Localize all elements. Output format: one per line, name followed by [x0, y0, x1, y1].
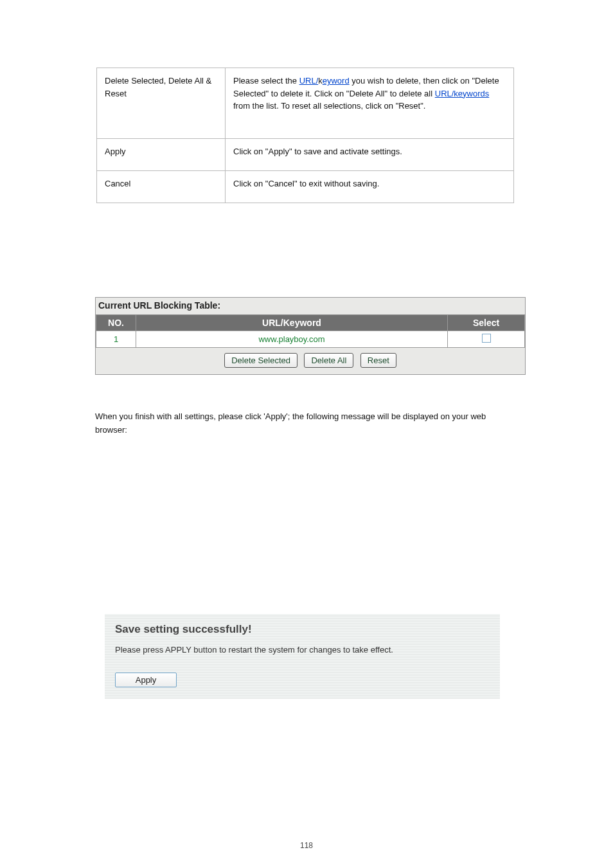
save-panel: Save setting successfully! Please press …	[105, 614, 500, 699]
row-label: Apply	[97, 139, 226, 171]
table-row: Apply Click on "Apply" to save and activ…	[97, 139, 514, 171]
cell-keyword: www.playboy.com	[136, 331, 448, 348]
table-row: Delete Selected, Delete All & Reset Plea…	[97, 68, 514, 139]
col-header-keyword: URL/Keyword	[136, 315, 448, 331]
blocking-table-title: Current URL Blocking Table:	[96, 298, 525, 314]
row-label: Delete Selected, Delete All & Reset	[97, 68, 226, 139]
blocking-grid: NO. URL/Keyword Select 1 www.playboy.com	[96, 314, 525, 348]
reset-button[interactable]: Reset	[360, 353, 396, 368]
delete-selected-button[interactable]: Delete Selected	[224, 353, 298, 368]
description-table: Delete Selected, Delete All & Reset Plea…	[96, 68, 514, 203]
keyword-link[interactable]: eyword	[323, 76, 350, 86]
apply-note: When you finish with all settings, pleas…	[95, 410, 519, 437]
blocking-table-panel: Current URL Blocking Table: NO. URL/Keyw…	[95, 297, 526, 375]
row-label: Cancel	[97, 171, 226, 203]
row-desc: Click on "Cancel" to exit without saving…	[226, 171, 514, 203]
col-header-no: NO.	[96, 315, 136, 331]
text-part: from the list. To reset all selections, …	[233, 101, 425, 111]
delete-all-button[interactable]: Delete All	[304, 353, 353, 368]
cell-select	[448, 331, 525, 348]
col-header-select: Select	[448, 315, 525, 331]
row-desc: Please select the URL/keyword you wish t…	[226, 68, 514, 139]
description-table-wrap: Delete Selected, Delete All & Reset Plea…	[96, 68, 514, 203]
table-row: Cancel Click on "Cancel" to exit without…	[97, 171, 514, 203]
table-header-row: NO. URL/Keyword Select	[96, 315, 525, 331]
save-title: Save setting successfully!	[115, 623, 490, 636]
button-row: Delete Selected Delete All Reset	[96, 348, 525, 374]
row-desc: Click on "Apply" to save and activate se…	[226, 139, 514, 171]
cell-no: 1	[96, 331, 136, 348]
url-keywords-link[interactable]: URL/keywords	[435, 89, 490, 98]
apply-button[interactable]: Apply	[115, 673, 177, 687]
save-message: Please press APPLY button to restart the…	[115, 645, 490, 655]
table-row: 1 www.playboy.com	[96, 331, 525, 348]
url-link[interactable]: URL/	[299, 76, 319, 86]
text-part: Please select the	[233, 76, 299, 86]
select-checkbox[interactable]	[482, 334, 491, 343]
page-number: 118	[300, 841, 313, 850]
